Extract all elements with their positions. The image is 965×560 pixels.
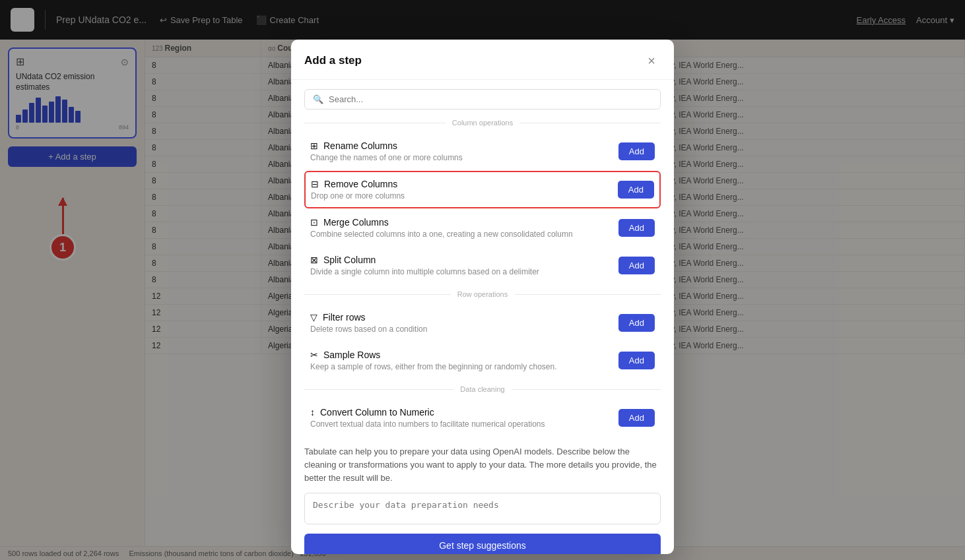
split-column-add-button[interactable]: Add (618, 257, 655, 274)
filter-rows-add-button[interactable]: Add (618, 314, 655, 332)
row-ops-divider: Row operations (304, 290, 661, 298)
convert-numeric-item: ↕ Convert Column to Numeric Convert text… (304, 400, 661, 436)
column-ops-divider: Column operations (304, 119, 661, 127)
convert-icon: ↕ (310, 407, 315, 418)
row-ops-label: Row operations (457, 290, 508, 298)
remove-columns-info: ⊟ Remove Columns Drop one or more column… (311, 179, 618, 201)
ai-section: Tabulate can help you to prepare your da… (304, 445, 661, 554)
modal-title: Add a step (304, 54, 362, 67)
merge-columns-info: ⊡ Merge Columns Combine selected columns… (310, 217, 618, 239)
split-column-item: ⊠ Split Column Divide a single column in… (304, 247, 661, 284)
rename-columns-add-button[interactable]: Add (618, 142, 655, 160)
data-cleaning-divider: Data cleaning (304, 385, 661, 393)
remove-columns-desc: Drop one or more columns (311, 191, 618, 201)
filter-rows-item: ▽ Filter rows Delete rows based on a con… (304, 305, 661, 341)
rename-columns-info: ⊞ Rename Columns Change the names of one… (310, 140, 618, 162)
merge-icon: ⊡ (310, 217, 318, 228)
split-column-desc: Divide a single column into multiple col… (310, 267, 618, 276)
split-icon: ⊠ (310, 255, 318, 265)
filter-rows-desc: Delete rows based on a condition (310, 325, 618, 334)
rename-columns-name: ⊞ Rename Columns (310, 140, 618, 151)
merge-columns-desc: Combine selected columns into a one, cre… (310, 230, 618, 239)
ai-input[interactable] (304, 493, 661, 524)
convert-numeric-desc: Convert textual data into numbers to fac… (310, 420, 618, 429)
search-box: 🔍 (304, 89, 661, 109)
data-cleaning-label: Data cleaning (460, 385, 504, 393)
convert-numeric-add-button[interactable]: Add (618, 409, 655, 427)
sample-rows-add-button[interactable]: Add (618, 352, 655, 369)
modal-header: Add a step × (291, 40, 674, 80)
column-ops-label: Column operations (452, 119, 513, 127)
search-icon: 🔍 (313, 94, 323, 104)
filter-rows-info: ▽ Filter rows Delete rows based on a con… (310, 312, 618, 334)
get-step-suggestions-button[interactable]: Get step suggestions (304, 534, 661, 554)
remove-icon: ⊟ (311, 179, 319, 189)
modal-body: 🔍 Column operations ⊞ Rename Columns Cha… (291, 80, 674, 554)
convert-numeric-name: ↕ Convert Column to Numeric (310, 407, 618, 418)
remove-columns-add-button[interactable]: Add (618, 181, 654, 199)
remove-columns-name: ⊟ Remove Columns (311, 179, 618, 189)
rename-columns-desc: Change the names of one or more columns (310, 153, 618, 162)
sample-rows-info: ✂ Sample Rows Keep a sample of rows, eit… (310, 350, 618, 371)
modal-close-button[interactable]: × (642, 51, 661, 70)
rename-icon: ⊞ (310, 140, 318, 151)
filter-rows-name: ▽ Filter rows (310, 312, 618, 323)
split-column-name: ⊠ Split Column (310, 255, 618, 265)
convert-numeric-info: ↕ Convert Column to Numeric Convert text… (310, 407, 618, 429)
ai-description: Tabulate can help you to prepare your da… (304, 445, 661, 485)
modal-overlay[interactable]: Add a step × 🔍 Column operations ⊞ Renam… (0, 0, 965, 560)
search-input[interactable] (329, 94, 652, 104)
merge-columns-name: ⊡ Merge Columns (310, 217, 618, 228)
rename-columns-item: ⊞ Rename Columns Change the names of one… (304, 133, 661, 170)
filter-icon: ▽ (310, 312, 317, 323)
sample-rows-desc: Keep a sample of rows, either from the b… (310, 362, 618, 371)
sample-icon: ✂ (310, 350, 318, 360)
split-column-info: ⊠ Split Column Divide a single column in… (310, 255, 618, 276)
remove-columns-item: ⊟ Remove Columns Drop one or more column… (304, 171, 661, 208)
merge-columns-add-button[interactable]: Add (618, 219, 655, 237)
merge-columns-item: ⊡ Merge Columns Combine selected columns… (304, 210, 661, 246)
sample-rows-item: ✂ Sample Rows Keep a sample of rows, eit… (304, 342, 661, 379)
sample-rows-name: ✂ Sample Rows (310, 350, 618, 360)
add-step-modal: Add a step × 🔍 Column operations ⊞ Renam… (291, 40, 674, 554)
